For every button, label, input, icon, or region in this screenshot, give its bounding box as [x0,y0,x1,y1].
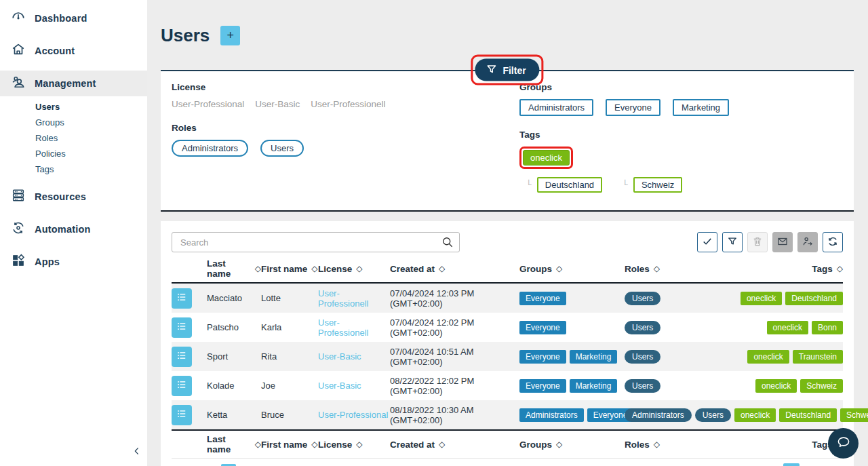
role-filter-chip[interactable]: Administrators [172,140,248,157]
sort-icon[interactable]: ◇ [439,440,445,449]
last-page-button[interactable] [240,464,255,466]
assign-user-button[interactable] [797,232,818,252]
column-header-groups[interactable]: Groups◇ [519,440,625,450]
refresh-button[interactable] [823,232,843,252]
group-filter-chip[interactable]: Administrators [519,99,593,116]
column-header-tags[interactable]: Tags◇ [734,264,843,274]
cell-last-name: Ketta [207,410,261,420]
role-chip: Users [695,408,731,422]
sort-icon[interactable]: ◇ [311,264,317,273]
confirm-button[interactable] [697,232,717,252]
cell-created-at: 08/22/2022 12:02 PM (GMT+02:00) [390,376,519,396]
column-header-roles[interactable]: Roles◇ [625,440,734,450]
add-user-button[interactable]: + [220,26,240,45]
page-title: Users [161,25,210,46]
cell-roles: Users [625,292,734,305]
sort-icon[interactable]: ◇ [255,264,261,273]
page-number-current[interactable]: 1 [221,464,236,466]
column-header-license[interactable]: License◇ [318,440,390,450]
sort-icon[interactable]: ◇ [311,440,317,449]
row-menu-button[interactable] [172,376,192,396]
users-table-card: Last name◇First name◇License◇Created at◇… [161,221,854,466]
cell-license-link[interactable]: User-Professionell [318,317,390,338]
role-filter-chip[interactable]: Users [260,140,304,157]
column-header-label: Last name [207,434,251,454]
column-header-last-name[interactable]: Last name◇ [207,434,261,454]
sidebar-item-label: Apps [35,256,60,267]
row-menu-button[interactable] [172,288,192,309]
sidebar-item-resources[interactable]: Resources [0,184,147,210]
group-chip: Everyone [519,379,566,393]
sort-icon[interactable]: ◇ [356,440,362,449]
sort-icon[interactable]: ◇ [556,440,562,449]
sidebar-submenu: UsersGroupsRolesPoliciesTags [0,96,147,184]
cell-groups: Everyone [519,292,625,305]
cell-license-link[interactable]: User-Basic [318,381,390,391]
license-option[interactable]: User-Professionell [311,99,385,109]
sidebar-item-apps[interactable]: Apps [0,249,147,275]
table-row: KoladeJoeUser-Basic08/22/2022 12:02 PM (… [172,371,843,400]
filter-button[interactable] [722,232,743,252]
sort-icon[interactable]: ◇ [837,264,843,273]
cell-license-link[interactable]: User-Professional [318,410,390,420]
tag-child-chip[interactable]: Deutschland [537,177,602,193]
sort-icon[interactable]: ◇ [439,264,445,273]
cell-first-name: Rita [261,351,318,362]
table-row: MacciatoLotteUser-Professionell07/04/202… [172,284,843,313]
cell-license-link[interactable]: User-Professionell [318,288,390,309]
tag-child-chip[interactable]: Schweiz [633,177,682,193]
sidebar-subitem-users[interactable]: Users [0,99,147,115]
sidebar-item-automation[interactable]: Automation [0,216,147,242]
group-filter-chip[interactable]: Everyone [606,99,660,116]
row-menu-button[interactable] [172,317,192,338]
cell-groups: EveryoneMarketing [519,350,625,364]
sidebar-item-management[interactable]: Management [0,71,147,96]
column-header-tags[interactable]: Tags◇ [734,440,843,450]
sort-icon[interactable]: ◇ [356,264,362,273]
tag-chip-selected[interactable]: oneclick [523,150,570,166]
sidebar-item-account[interactable]: Account [0,38,147,64]
entries-per-page-option-100[interactable]: 100 [824,463,843,466]
sidebar-subitem-roles[interactable]: Roles [0,130,147,146]
email-button[interactable] [772,232,793,252]
sort-icon[interactable]: ◇ [654,440,660,449]
column-header-roles[interactable]: Roles◇ [625,264,734,274]
cell-tags: oneclickSchweiz [734,379,843,393]
filter-tags-label: Tags [519,130,843,140]
sidebar-collapse-button[interactable] [129,444,145,461]
sort-icon[interactable]: ◇ [654,264,660,273]
column-header-label: Tags [812,264,833,274]
column-header-created-at[interactable]: Created at◇ [390,264,519,274]
row-menu-button[interactable] [172,405,192,425]
license-option[interactable]: User-Basic [255,99,300,109]
search-input[interactable] [172,232,460,252]
cell-license-link[interactable]: User-Basic [318,351,390,362]
column-header-first-name[interactable]: First name◇ [261,440,318,450]
sort-icon[interactable]: ◇ [556,264,562,273]
sort-icon[interactable]: ◇ [255,440,261,449]
sidebar-subitem-policies[interactable]: Policies [0,146,147,161]
sidebar-subitem-groups[interactable]: Groups [0,115,147,130]
column-header-first-name[interactable]: First name◇ [261,264,318,274]
sidebar-subitem-tags[interactable]: Tags [0,161,147,177]
cell-last-name: Sport [207,351,261,362]
entries-per-page-option-20[interactable]: 20 [804,463,820,466]
filter-roles-label: Roles [172,123,519,133]
group-filter-chip[interactable]: Marketing [673,99,729,116]
column-header-label: Roles [625,440,650,450]
cell-last-name: Patscho [207,322,261,332]
column-header-created-at[interactable]: Created at◇ [390,440,519,450]
entries-per-page-option-10[interactable]: 10 [783,463,800,466]
tag-chip: oneclick [755,379,797,393]
filter-toggle-button[interactable]: Filter [475,59,539,81]
first-page-button[interactable] [202,464,217,466]
trash-icon [751,235,764,250]
sidebar-item-dashboard[interactable]: Dashboard [0,5,147,31]
license-option[interactable]: User-Professional [172,99,244,109]
column-header-last-name[interactable]: Last name◇ [207,258,261,279]
row-menu-button[interactable] [172,347,192,367]
column-header-groups[interactable]: Groups◇ [519,264,625,274]
column-header-license[interactable]: License◇ [318,264,390,274]
chat-support-button[interactable] [828,428,859,459]
tag-child-item: └Schweiz [623,177,682,193]
